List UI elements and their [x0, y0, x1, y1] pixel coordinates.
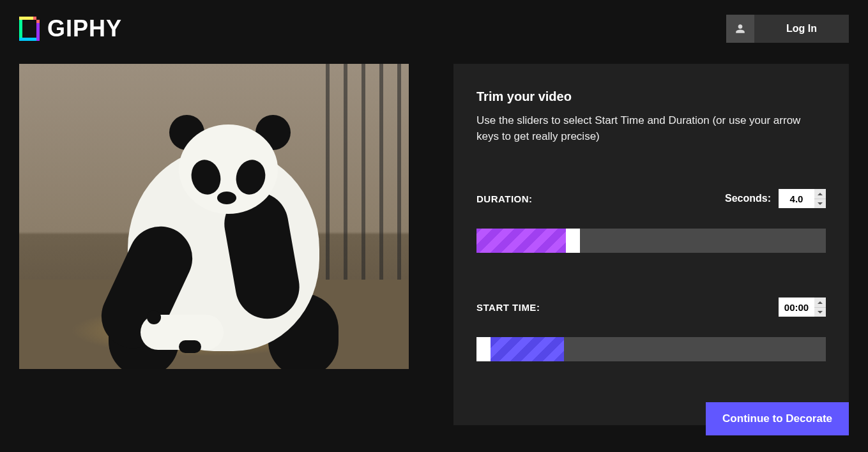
starttime-step-up[interactable]	[814, 298, 826, 308]
brand-logo[interactable]: GIPHY	[19, 15, 122, 42]
starttime-stepper[interactable]	[779, 298, 826, 317]
duration-slider[interactable]	[476, 229, 826, 253]
continue-button[interactable]: Continue to Decorate	[706, 402, 849, 435]
starttime-label: START TIME:	[476, 302, 540, 313]
panel-description: Use the sliders to select Start Time and…	[476, 113, 826, 144]
page-header: GIPHY Log In	[0, 0, 868, 57]
auth-area: Log In	[726, 15, 849, 43]
user-icon[interactable]	[726, 15, 754, 43]
duration-stepper[interactable]	[779, 189, 826, 208]
duration-slider-fill	[476, 229, 566, 253]
duration-slider-handle[interactable]	[566, 229, 580, 253]
giphy-logo-icon	[19, 17, 40, 41]
panel-title: Trim your video	[476, 89, 826, 104]
duration-control: DURATION: Seconds:	[476, 189, 826, 253]
duration-step-down[interactable]	[814, 199, 826, 209]
starttime-input[interactable]	[779, 298, 814, 317]
main-content: Trim your video Use the sliders to selec…	[0, 57, 868, 425]
duration-label: DURATION:	[476, 193, 533, 204]
duration-step-up[interactable]	[814, 189, 826, 199]
starttime-slider-fill	[491, 337, 564, 361]
starttime-control: START TIME:	[476, 298, 826, 361]
duration-input[interactable]	[779, 189, 814, 208]
trim-panel: Trim your video Use the sliders to selec…	[453, 64, 849, 425]
brand-name: GIPHY	[47, 15, 122, 42]
starttime-step-down[interactable]	[814, 308, 826, 317]
starttime-slider[interactable]	[476, 337, 826, 361]
login-button[interactable]: Log In	[754, 15, 849, 43]
duration-unit: Seconds:	[725, 193, 771, 204]
starttime-slider-handle[interactable]	[476, 337, 491, 361]
video-preview[interactable]	[19, 64, 409, 369]
